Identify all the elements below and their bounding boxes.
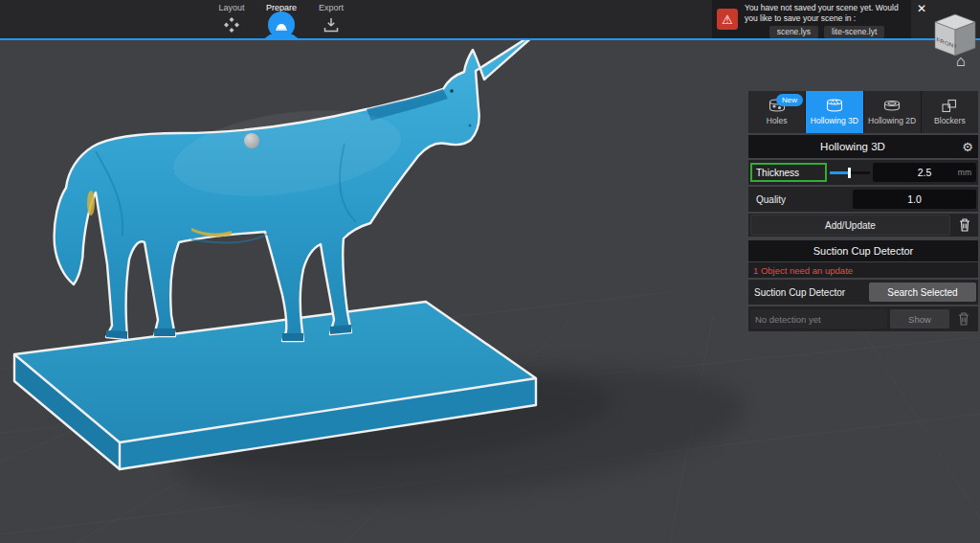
tab-hollowing-2d[interactable]: Hollowing 2D: [864, 91, 922, 133]
thickness-row: Thickness 2.5 mm: [748, 160, 978, 185]
detection-result-row: No detection yet Show: [748, 306, 978, 331]
slider-handle[interactable]: [848, 168, 851, 178]
notification-line1: You have not saved your scene yet. Would: [745, 3, 909, 13]
unicorn-eye: [450, 89, 454, 93]
home-icon[interactable]: ⌂: [956, 53, 966, 70]
export-icon: [306, 16, 356, 34]
unicorn-model[interactable]: [55, 29, 542, 341]
hollowing-3d-icon: [825, 99, 844, 113]
detector-row: Suction Cup Detector Search Selected: [748, 280, 978, 305]
quality-value: 1.0: [907, 193, 922, 205]
thickness-label: Thickness: [750, 163, 827, 182]
save-scene-lys-button[interactable]: scene.lys: [769, 26, 818, 38]
quality-label: Quality: [750, 190, 850, 209]
trash-icon-disabled[interactable]: [952, 309, 975, 328]
prepare-icon: [268, 11, 295, 38]
tab-export[interactable]: Export: [306, 0, 356, 38]
save-lite-scene-lyt-button[interactable]: lite-scene.lyt: [824, 26, 884, 38]
quality-input[interactable]: 1.0: [853, 190, 976, 209]
close-icon[interactable]: ✕: [914, 1, 929, 16]
add-update-button[interactable]: Add/Update: [750, 215, 950, 236]
tab-layout[interactable]: Layout: [207, 0, 256, 38]
tab-layout-label: Layout: [207, 3, 256, 12]
unicorn-nostril: [469, 124, 472, 127]
warning-icon: ⚠: [717, 9, 738, 30]
top-tabs: Layout Prepare Export: [207, 0, 356, 38]
accent-line: [0, 38, 980, 40]
thickness-slider[interactable]: [830, 163, 870, 182]
tab-hollowing-3d[interactable]: Hollowing 3D: [806, 91, 863, 133]
show-button[interactable]: Show: [890, 309, 949, 328]
notification-line2: you like to save your scene in :: [745, 13, 909, 24]
unsaved-scene-notification: ⚠ You have not saved your scene yet. Wou…: [712, 0, 911, 38]
update-warning: 1 Object need an update: [748, 262, 978, 278]
tab-holes-label: Holes: [767, 116, 788, 125]
app-window: Layout Prepare Export: [0, 0, 980, 543]
new-badge: New: [776, 94, 803, 106]
tab-export-label: Export: [306, 3, 356, 12]
tab-hollowing-2d-label: Hollowing 2D: [868, 116, 916, 125]
view-cube[interactable]: FRONT: [933, 11, 977, 62]
tab-blockers-label: Blockers: [934, 116, 966, 125]
no-detection-field: No detection yet: [750, 309, 887, 328]
thickness-value: 2.5: [918, 167, 932, 178]
suction-cup-header: Suction Cup Detector: [748, 240, 978, 261]
panel-title: Hollowing 3D: [748, 141, 957, 152]
thickness-unit: mm: [958, 168, 971, 177]
detector-label: Suction Cup Detector: [750, 287, 866, 298]
panel-header: Hollowing 3D ⚙: [748, 135, 978, 158]
hollowing-2d-icon: [882, 99, 902, 113]
trash-icon[interactable]: [953, 215, 976, 235]
thickness-input[interactable]: 2.5 mm: [873, 163, 976, 182]
tab-prepare[interactable]: Prepare: [256, 0, 306, 38]
blockers-icon: [941, 99, 958, 113]
add-update-row: Add/Update: [748, 214, 978, 237]
tab-hollowing-3d-label: Hollowing 3D: [811, 116, 858, 125]
hollowing-panel: New Holes Hollowing 3D: [748, 91, 978, 331]
gear-icon[interactable]: ⚙: [957, 140, 978, 154]
layout-icon: [207, 16, 256, 34]
tab-blockers[interactable]: Blockers: [922, 91, 978, 133]
marker-sphere[interactable]: [244, 133, 259, 148]
search-selected-button[interactable]: Search Selected: [869, 283, 976, 302]
quality-row: Quality 1.0: [748, 187, 978, 212]
